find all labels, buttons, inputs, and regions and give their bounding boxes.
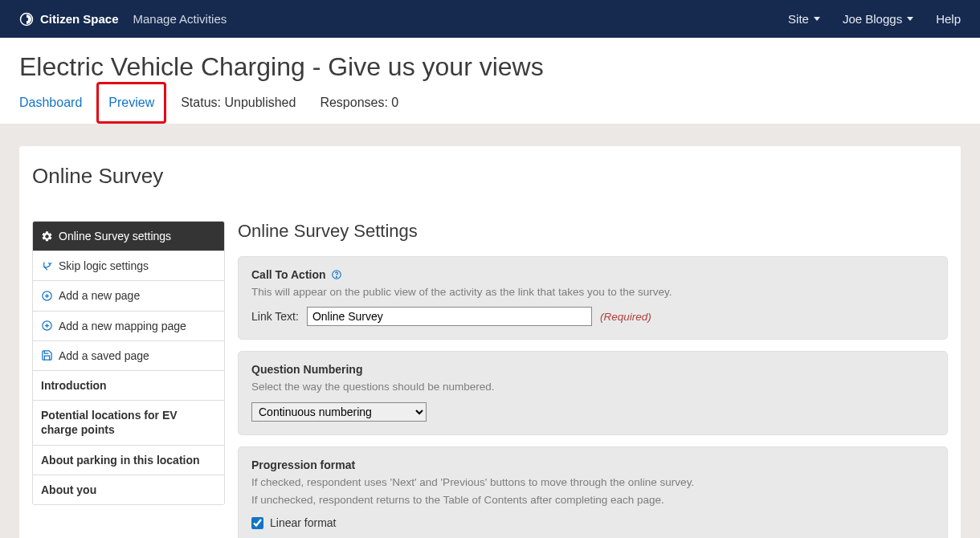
survey-sidebar: Online Survey settings Skip logic settin… [32,221,225,538]
sidebar-item-label: Add a saved page [59,348,149,363]
body-area: Online Survey Online Survey settings Ski… [0,124,980,538]
user-menu-label: Joe Bloggs [843,12,902,26]
sidebar-item-label: Add a new mapping page [59,319,186,333]
tab-preview[interactable]: Preview [96,82,166,124]
main-panel: Online Survey Online Survey settings Ski… [19,146,961,538]
sidebar-item-label: Introduction [41,378,107,393]
required-label: (Required) [600,311,651,323]
sidebar-item-label: About parking in this location [41,453,200,467]
section-progression: Progression format If checked, responden… [238,446,948,539]
section-question-numbering: Question Numbering Select the way the qu… [238,351,948,434]
top-navbar: Citizen Space Manage Activities Site Joe… [0,0,980,38]
section-title: Question Numbering [251,363,934,376]
sidebar-item-label: About you [41,483,96,497]
sidebar-page-parking[interactable]: About parking in this location [33,446,224,475]
panel-title: Online Survey [19,164,961,189]
sidebar-item-label: Skip logic settings [59,259,149,273]
svg-point-9 [336,276,337,277]
tab-dashboard[interactable]: Dashboard [19,96,82,110]
sidebar-item-add-page[interactable]: Add a new page [33,281,224,311]
nav-left: Manage Activities [133,12,227,26]
panel-body: Online Survey settings Skip logic settin… [19,221,961,538]
link-text-row: Link Text: (Required) [251,307,934,326]
linear-format-label: Linear format [270,516,336,529]
plus-circle-icon [41,290,53,302]
sidebar-item-add-saved[interactable]: Add a saved page [33,341,224,371]
logo-icon [19,12,34,26]
page-title: Electric Vehicle Charging - Give us your… [19,52,961,82]
page-tabs: Dashboard Preview Status: Unpublished Re… [19,93,961,124]
sidebar-item-add-mapping[interactable]: Add a new mapping page [33,312,224,341]
section-title: Call To Action [251,268,934,281]
section-desc-2: If unchecked, respondent returns to the … [251,492,934,508]
sidebar-item-label: Online Survey settings [59,229,171,243]
sidebar-item-label: Add a new page [59,288,140,303]
section-title: Progression format [251,459,934,471]
linear-format-row: Linear format [251,516,934,529]
main-heading: Online Survey Settings [238,221,948,242]
numbering-select[interactable]: Continuous numbering [251,402,427,422]
page-header: Electric Vehicle Charging - Give us your… [0,38,980,124]
plus-circle-icon [41,320,53,332]
site-menu-label: Site [788,12,809,26]
gear-icon [41,230,53,243]
manage-activities-link[interactable]: Manage Activities [133,12,227,26]
sidebar-page-about-you[interactable]: About you [33,475,224,504]
help-icon[interactable] [331,269,342,280]
section-desc-1: If checked, respondent uses 'Next' and '… [251,475,934,491]
sidebar-menu: Online Survey settings Skip logic settin… [32,221,225,505]
status-text: Status: Unpublished [181,96,296,110]
help-label: Help [936,12,961,26]
section-desc: Select the way the questions should be n… [251,379,934,395]
responses-text: Responses: 0 [320,96,398,110]
section-call-to-action: Call To Action This will appear on the p… [238,256,948,340]
help-link[interactable]: Help [936,12,961,26]
linear-format-checkbox[interactable] [251,517,263,529]
chevron-down-icon [907,17,913,21]
sidebar-item-settings[interactable]: Online Survey settings [33,222,224,251]
link-text-input[interactable] [307,307,592,326]
site-menu[interactable]: Site [788,12,820,26]
sidebar-item-skip-logic[interactable]: Skip logic settings [33,251,224,281]
branch-icon [41,260,53,272]
svg-point-1 [25,17,29,21]
sidebar-page-locations[interactable]: Potential locations for EV charge points [33,401,224,445]
user-menu[interactable]: Joe Bloggs [843,12,913,26]
brand-label: Citizen Space [40,12,119,26]
section-desc: This will appear on the public view of t… [251,284,934,300]
chevron-down-icon [814,17,820,21]
sidebar-page-intro[interactable]: Introduction [33,371,224,401]
brand[interactable]: Citizen Space [19,12,119,26]
main-content: Online Survey Settings Call To Action Th… [238,221,948,538]
link-text-label: Link Text: [251,310,299,323]
nav-right: Site Joe Bloggs Help [788,12,961,26]
sidebar-item-label: Potential locations for EV charge points [41,408,216,437]
save-icon [41,349,53,361]
